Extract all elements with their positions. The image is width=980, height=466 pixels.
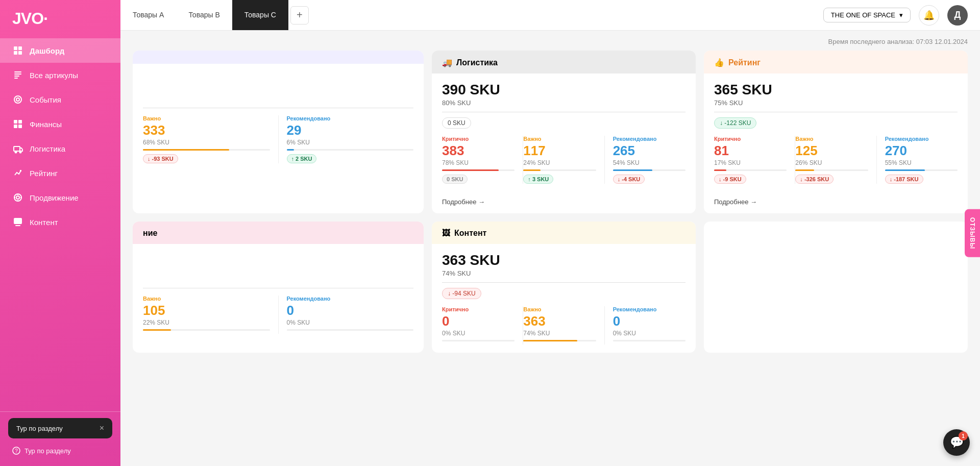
metric-value: 265	[613, 143, 685, 159]
promo-icon	[12, 192, 23, 203]
metric-label: Важно	[523, 306, 596, 312]
metric-pct: 22% SKU	[143, 319, 270, 326]
metric-label: Критично	[442, 306, 514, 312]
rating-more-link[interactable]: Подробнее →	[714, 198, 757, 206]
metric-pct-important: 68% SKU	[143, 139, 270, 146]
metric-bar-fill	[885, 169, 925, 171]
metric-recommended: Рекомендовано 270 55% SKU ↓ -187 SKU	[877, 136, 958, 184]
card-left-top: Важно 333 68% SKU ↓ -93 SKU Рекомен	[133, 51, 424, 213]
metric-bar	[714, 169, 787, 171]
tab-c[interactable]: Товары С	[232, 0, 288, 30]
logistics-metrics: Критично 383 78% SKU 0 SKU Важно	[442, 136, 685, 184]
sidebar-item-logistics[interactable]: Логистика	[0, 136, 120, 161]
cards-row-2: ние Важно 105 22% SKU	[133, 222, 968, 353]
content-badge: ↓ -94 SKU	[442, 288, 481, 299]
metric-pct: 74% SKU	[523, 330, 596, 337]
svg-rect-7	[14, 78, 18, 79]
tab-b[interactable]: Товары B	[176, 0, 232, 30]
svg-rect-1	[18, 46, 22, 50]
content-header-label: Контент	[454, 229, 486, 238]
metric-bar-fill	[523, 169, 541, 171]
card-left-metrics: Важно 333 68% SKU ↓ -93 SKU Рекомен	[143, 115, 413, 163]
metric-bar	[442, 169, 514, 171]
metric-label: Рекомендовано	[287, 296, 414, 302]
bell-button[interactable]: 🔔	[919, 5, 939, 26]
app-logo: JVO·	[0, 0, 120, 38]
sidebar: JVO· Дашборд Все артикулы События	[0, 0, 120, 466]
metric-value: 270	[885, 143, 958, 159]
metric-recommended: Рекомендовано 29 6% SKU ↑ 2 SKU	[279, 115, 414, 163]
metric-value: 117	[523, 143, 596, 159]
logistics-more-link[interactable]: Подробнее →	[442, 198, 485, 206]
card-left-bottom: ние Важно 105 22% SKU	[133, 222, 424, 353]
metric-label: Рекомендовано	[613, 306, 685, 312]
promo-partial-label: ние	[143, 229, 157, 238]
metric-important: Важно 105 22% SKU	[143, 296, 279, 334]
tab-a[interactable]: Товары А	[120, 0, 176, 30]
dashboard-icon	[12, 45, 23, 56]
svg-text:?: ?	[15, 448, 18, 454]
sidebar-item-all-articles[interactable]: Все артикулы	[0, 63, 120, 87]
chat-button[interactable]: 💬 1	[943, 429, 970, 456]
vertical-tab-reviews[interactable]: ОТЗЫВЫ	[965, 209, 980, 257]
sidebar-item-promo[interactable]: Продвижение	[0, 185, 120, 210]
card-content-body: 363 SKU 74% SKU ↓ -94 SKU Критично 0 0% …	[432, 244, 696, 353]
metric-pct: 0% SKU	[287, 319, 414, 326]
svg-rect-6	[14, 76, 19, 77]
card-rating-header: 👍 Рейтинг	[704, 51, 968, 73]
metric-value: 81	[714, 143, 787, 159]
sidebar-item-content[interactable]: Контент	[0, 210, 120, 234]
sidebar-item-finances[interactable]: Финансы	[0, 112, 120, 136]
metric-important: Важно 333 68% SKU ↓ -93 SKU	[143, 115, 279, 163]
metric-bar	[287, 329, 414, 331]
metric-label: Важно	[523, 136, 596, 142]
tour-popup-close[interactable]: ×	[100, 424, 104, 432]
sidebar-item-rating[interactable]: Рейтинг	[0, 161, 120, 185]
metric-label: Рекомендовано	[613, 136, 685, 142]
metric-value: 363	[523, 313, 596, 329]
svg-rect-13	[18, 125, 22, 128]
rating-badge: ↓ -122 SKU	[714, 117, 756, 129]
metric-bar	[885, 169, 958, 171]
sidebar-nav: Дашборд Все артикулы События Финансы	[0, 38, 120, 411]
divider	[143, 108, 413, 108]
metric-bar-fill	[613, 169, 652, 171]
metric-delta: ↓ -9 SKU	[714, 175, 746, 184]
sidebar-item-dashboard[interactable]: Дашборд	[0, 38, 120, 63]
metric-label: Критично	[442, 136, 514, 142]
content-metrics: Критично 0 0% SKU Важно 363	[442, 306, 685, 345]
sidebar-item-label: Рейтинг	[30, 169, 58, 178]
card-left-bottom-metrics: Важно 105 22% SKU Рекомендовано 0	[143, 296, 413, 334]
card-content: 🖼 Контент 363 SKU 74% SKU ↓ -94 SKU Крит…	[432, 222, 696, 353]
content-sku-pct: 74% SKU	[442, 269, 685, 277]
tour-popup: Тур по разделу ×	[8, 418, 112, 438]
sidebar-item-label: Дашборд	[30, 46, 64, 55]
content-sku-main: 363 SKU	[442, 252, 685, 268]
card-logistics-footer: Подробнее →	[432, 192, 696, 213]
divider	[143, 288, 413, 288]
tab-add-button[interactable]: +	[290, 6, 309, 24]
store-selector[interactable]: THE ONE OF SPACE ▾	[823, 8, 911, 22]
metric-bar	[143, 329, 270, 331]
user-avatar[interactable]: Д	[947, 5, 968, 26]
metric-value: 105	[143, 303, 270, 318]
rating-sku-main: 365 SKU	[714, 82, 958, 98]
metric-critical: Критично 81 17% SKU ↓ -9 SKU	[714, 136, 795, 184]
logistics-badge: 0 SKU	[442, 117, 471, 129]
logistics-sku-main: 390 SKU	[442, 82, 685, 98]
sidebar-item-events[interactable]: События	[0, 87, 120, 112]
sidebar-item-label: Логистика	[30, 144, 65, 153]
sidebar-item-label: Финансы	[30, 120, 62, 129]
card-content-header: 🖼 Контент	[432, 222, 696, 244]
card-logistics-body: 390 SKU 80% SKU 0 SKU Критично 383 78% S…	[432, 73, 696, 192]
svg-rect-20	[15, 225, 20, 226]
metric-delta: ↓ -4 SKU	[613, 175, 645, 184]
metric-pct-recommended: 6% SKU	[287, 139, 414, 146]
metric-label-recommended: Рекомендовано	[287, 115, 414, 121]
svg-rect-10	[14, 120, 17, 124]
sidebar-tour-link[interactable]: ? Тур по разделу	[8, 444, 112, 458]
metric-bar	[143, 149, 270, 151]
metric-pct: 55% SKU	[885, 159, 958, 166]
main-area: Товары А Товары B Товары С + THE ONE OF …	[120, 0, 980, 466]
metric-label: Рекомендовано	[885, 136, 958, 142]
